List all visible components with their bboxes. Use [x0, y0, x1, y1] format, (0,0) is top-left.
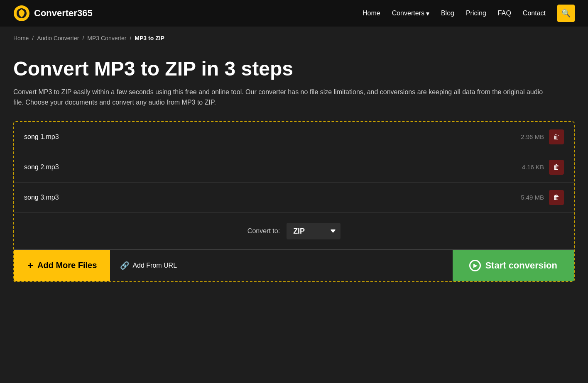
bottom-actions: + Add More Files 🔗 Add From URL ▶ Start … — [14, 249, 574, 281]
start-conversion-button[interactable]: ▶ Start conversion — [453, 250, 574, 281]
breadcrumb-separator-3: / — [130, 35, 131, 41]
left-actions: + Add More Files 🔗 Add From URL — [14, 250, 187, 281]
nav-blog[interactable]: Blog — [441, 10, 454, 17]
link-icon: 🔗 — [120, 261, 129, 270]
chevron-down-icon: ▾ — [426, 10, 429, 17]
add-url-label: Add From URL — [132, 262, 177, 269]
main-content: Convert MP3 to ZIP in 3 steps Convert MP… — [0, 50, 588, 299]
page-description: Convert MP3 to ZIP easily within a few s… — [13, 87, 553, 108]
breadcrumb-current: MP3 to ZIP — [135, 35, 164, 41]
format-select[interactable]: ZIPRAR7ZTAR — [287, 223, 341, 239]
convert-to-row: Convert to: ZIPRAR7ZTAR — [14, 212, 574, 249]
delete-file-button[interactable]: 🗑 — [549, 190, 564, 205]
file-name: song 1.mp3 — [24, 133, 59, 141]
logo-text: Converter365 — [34, 8, 93, 19]
nav-pricing[interactable]: Pricing — [466, 10, 486, 17]
svg-point-0 — [14, 5, 29, 21]
logo-area[interactable]: Converter365 — [13, 5, 93, 22]
main-nav: Home Converters ▾ Blog Pricing FAQ Conta… — [363, 5, 575, 22]
file-size: 2.96 MB — [521, 133, 544, 140]
breadcrumb-home[interactable]: Home — [13, 35, 29, 41]
search-icon: 🔍 — [561, 9, 571, 18]
upload-area: song 1.mp3 2.96 MB 🗑 song 2.mp3 4.16 KB … — [13, 121, 575, 282]
add-more-label: Add More Files — [37, 261, 97, 270]
start-label: Start conversion — [485, 260, 557, 271]
file-right: 2.96 MB 🗑 — [521, 129, 564, 144]
breadcrumb-audio-converter[interactable]: Audio Converter — [37, 35, 79, 41]
delete-file-button[interactable]: 🗑 — [549, 129, 564, 144]
file-name: song 3.mp3 — [24, 194, 59, 201]
add-url-button[interactable]: 🔗 Add From URL — [110, 250, 187, 281]
breadcrumb-mp3-converter[interactable]: MP3 Converter — [87, 35, 126, 41]
nav-home[interactable]: Home — [363, 10, 380, 17]
convert-to-label: Convert to: — [247, 227, 280, 235]
search-button[interactable]: 🔍 — [557, 5, 575, 22]
delete-file-button[interactable]: 🗑 — [549, 160, 564, 175]
play-circle-icon: ▶ — [469, 260, 481, 271]
file-row: song 1.mp3 2.96 MB 🗑 — [14, 122, 574, 152]
nav-converters[interactable]: Converters ▾ — [392, 10, 429, 17]
file-list: song 1.mp3 2.96 MB 🗑 song 2.mp3 4.16 KB … — [14, 122, 574, 212]
breadcrumb: Home / Audio Converter / MP3 Converter /… — [0, 27, 588, 50]
breadcrumb-separator-2: / — [82, 35, 84, 41]
file-row: song 2.mp3 4.16 KB 🗑 — [14, 152, 574, 183]
file-size: 4.16 KB — [522, 163, 544, 171]
file-right: 5.49 MB 🗑 — [521, 190, 564, 205]
add-more-button[interactable]: + Add More Files — [14, 250, 110, 281]
breadcrumb-separator-1: / — [32, 35, 34, 41]
file-row: song 3.mp3 5.49 MB 🗑 — [14, 183, 574, 212]
file-right: 4.16 KB 🗑 — [522, 160, 564, 175]
logo-icon — [13, 5, 30, 22]
file-size: 5.49 MB — [521, 194, 544, 201]
nav-faq[interactable]: FAQ — [498, 10, 511, 17]
file-name: song 2.mp3 — [24, 163, 59, 171]
plus-icon: + — [27, 260, 33, 271]
page-title: Convert MP3 to ZIP in 3 steps — [13, 58, 575, 80]
nav-contact[interactable]: Contact — [523, 10, 546, 17]
